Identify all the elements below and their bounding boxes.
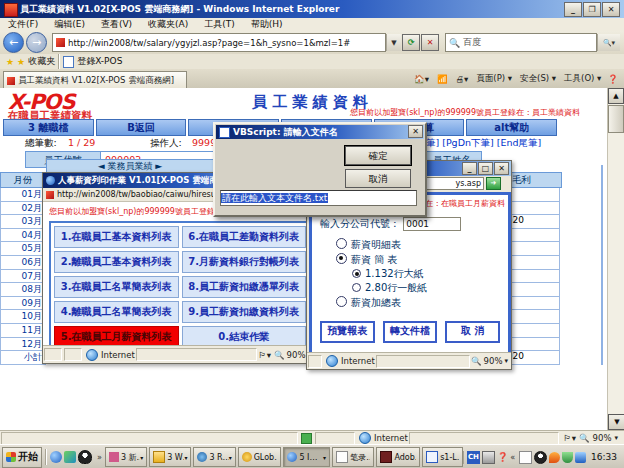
- vertical-scrollbar[interactable]: ▲ ▼: [607, 88, 624, 430]
- close-button[interactable]: ✕: [602, 2, 620, 17]
- menu-edit[interactable]: 编辑(E): [46, 18, 93, 31]
- task-group-folders[interactable]: 3 W…▾: [149, 447, 191, 467]
- command-safety[interactable]: 安全(S) ▾: [520, 73, 556, 85]
- export-file-button[interactable]: 轉文件檔: [383, 321, 438, 343]
- home-icon[interactable]: 🏠▾: [414, 74, 429, 84]
- scroll-up-icon[interactable]: ▲: [608, 88, 624, 104]
- menu-item-9[interactable]: 9.員工薪資扣繳資料列表: [182, 301, 307, 323]
- stop-icon[interactable]: ✕: [421, 34, 439, 51]
- clock[interactable]: 16:33: [591, 452, 617, 462]
- favorites-add-icon[interactable]: ★: [17, 57, 25, 67]
- dreamweaver-icon: [380, 451, 392, 463]
- protected-mode-icon[interactable]: 🏳▾: [563, 433, 576, 443]
- back-icon[interactable]: ←: [3, 32, 24, 53]
- scrollbar-thumb[interactable]: [608, 105, 624, 133]
- go-icon[interactable]: ➜: [486, 177, 501, 190]
- table-row: 12月: [0, 338, 46, 352]
- ime-indicator[interactable]: CH: [467, 451, 480, 464]
- maximize-button[interactable]: □: [478, 162, 493, 175]
- favorites-star-icon[interactable]: ★: [6, 57, 14, 67]
- search-box[interactable]: 🔍 百度: [445, 33, 597, 52]
- start-button[interactable]: 开始: [2, 447, 42, 468]
- refresh-icon[interactable]: ⟳: [402, 34, 420, 51]
- dialog-titlebar: VBScript: 請輸入文件名 ✕: [216, 125, 424, 139]
- dialog-filename-input[interactable]: 請在此輸入文本文件名.txt: [220, 190, 417, 206]
- help-tray-icon[interactable]: ❓: [497, 452, 508, 462]
- minimize-button[interactable]: _: [564, 2, 582, 17]
- task-document[interactable]: s1-L…: [422, 447, 463, 467]
- status-panel: [315, 432, 355, 445]
- task-global[interactable]: GLob…: [238, 447, 282, 467]
- favorites-label[interactable]: 收藏夹: [28, 55, 55, 68]
- menu-item-3[interactable]: 3.在職員工名單簡表列表: [54, 276, 179, 298]
- salary-status-zoom[interactable]: 90%: [484, 356, 503, 366]
- nav-button-help[interactable]: alt幫助: [466, 119, 557, 136]
- dialog-close-icon[interactable]: ✕: [408, 125, 423, 138]
- quicklaunch-qq-icon[interactable]: [78, 450, 92, 464]
- quicklaunch-ie-icon[interactable]: [50, 451, 62, 463]
- task-group-new[interactable]: 3 新…▾: [105, 447, 147, 467]
- task-notepad[interactable]: 笔录…: [332, 447, 374, 467]
- print-status-zoom[interactable]: 90%: [287, 350, 306, 360]
- address-dropdown-icon[interactable]: ▼: [386, 34, 401, 51]
- minimize-button[interactable]: _: [462, 162, 477, 175]
- menu-favorites[interactable]: 收藏夹(A): [140, 18, 196, 31]
- preview-report-button[interactable]: 預覽報表: [320, 321, 375, 343]
- search-go-icon[interactable]: 🔍▾: [597, 34, 620, 51]
- menu-item-1[interactable]: 1.在職員工基本資料列表: [54, 226, 179, 248]
- dialog-cancel-button[interactable]: 取消: [345, 169, 411, 188]
- menu-item-2[interactable]: 2.離職員工基本資料列表: [54, 251, 179, 273]
- zoom-dropdown-icon[interactable]: ▾: [504, 357, 508, 365]
- tray-flame-icon[interactable]: [549, 452, 560, 463]
- help-icon[interactable]: ❓: [607, 74, 618, 84]
- command-tools[interactable]: 工具(O) ▾: [564, 73, 601, 85]
- quicklaunch-chevron-icon[interactable]: »: [97, 453, 102, 462]
- nav-button-resigned-file[interactable]: 3 離職檔: [3, 119, 94, 136]
- navigation-bar: ← → http://win2008/tw/salary/ygyjzl.asp?…: [0, 31, 624, 55]
- radio-salary-total[interactable]: 薪資加總表: [336, 295, 508, 310]
- branch-input[interactable]: 0001: [403, 217, 461, 231]
- zoom-dropdown-icon[interactable]: ▾: [614, 434, 618, 442]
- tray-network-icon[interactable]: [575, 452, 586, 463]
- scroll-down-icon[interactable]: ▼: [608, 414, 624, 430]
- table-right-border: [601, 165, 603, 365]
- window-icon: [109, 452, 119, 462]
- printer-icon[interactable]: [482, 451, 495, 464]
- address-bar[interactable]: http://win2008/tw/salary/ygyjzl.asp?page…: [52, 33, 386, 52]
- command-page[interactable]: 頁面(P) ▾: [476, 73, 512, 85]
- tray-chevron-icon[interactable]: «: [510, 453, 515, 462]
- feeds-icon[interactable]: 📶: [437, 74, 448, 84]
- radio-salary-detail[interactable]: 薪資明細表: [336, 237, 508, 252]
- cancel-button[interactable]: 取 消: [445, 321, 500, 343]
- table-row: 01月: [0, 188, 46, 202]
- menu-item-8[interactable]: 8.員工薪資扣繳憑單列表: [182, 276, 307, 298]
- forward-icon[interactable]: →: [26, 32, 47, 53]
- radio-paper-80[interactable]: 2.80行一般紙: [352, 281, 508, 295]
- tab-active[interactable]: 員工業績資料 V1.02[X-POS 雲端商務網]: [3, 71, 187, 89]
- menu-help[interactable]: 帮助(H): [243, 18, 291, 31]
- status-zoom-value[interactable]: 90%: [593, 433, 612, 443]
- screen: { "window": { "title": "員工業績資料 V1.02[X-P…: [0, 0, 624, 468]
- nav-button-back[interactable]: B返回: [96, 119, 187, 136]
- protected-mode-icon[interactable]: 🏳▾: [258, 350, 271, 360]
- tray-document-icon[interactable]: [519, 451, 532, 464]
- task-group-ie-active[interactable]: 5 I…▾: [283, 447, 330, 467]
- close-button[interactable]: ✕: [494, 162, 509, 175]
- menu-file[interactable]: 文件(F): [0, 18, 46, 31]
- quicklaunch-messenger-icon[interactable]: [64, 451, 76, 463]
- task-adobe[interactable]: Adob…: [376, 447, 420, 467]
- restore-button[interactable]: ❐: [583, 2, 601, 17]
- menu-tools[interactable]: 工具(T): [196, 18, 243, 31]
- menu-view[interactable]: 查看(V): [93, 18, 140, 31]
- dialog-ok-button[interactable]: 確定: [345, 146, 411, 165]
- menu-item-6[interactable]: 6.在職員工差勤資料列表: [182, 226, 307, 248]
- tray-shield-icon[interactable]: [562, 452, 573, 463]
- menu-item-7[interactable]: 7.月薪資料銀行對帳列表: [182, 251, 307, 273]
- print-icon[interactable]: 🖨▾: [456, 74, 469, 84]
- task-group-media[interactable]: 3 R…▾: [193, 447, 235, 467]
- favorites-item-login-xpos[interactable]: 登錄X-POS: [77, 55, 122, 68]
- menu-item-4[interactable]: 4.離職員工名單簡表列表: [54, 301, 179, 323]
- radio-salary-simple[interactable]: 薪資 簡 表: [336, 252, 508, 267]
- radio-paper-132[interactable]: 1.132行大紙: [352, 267, 508, 281]
- tray-qq-icon[interactable]: [534, 451, 547, 464]
